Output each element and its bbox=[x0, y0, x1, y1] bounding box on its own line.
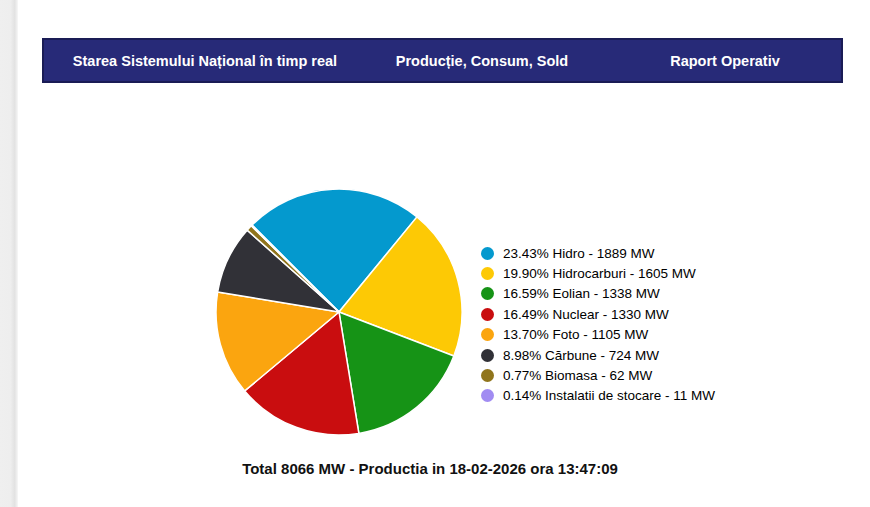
legend-item-stocare[interactable]: 0.14% Instalatii de stocare - 11 MW bbox=[481, 386, 715, 406]
legend-item-hidrocarburi[interactable]: 19.90% Hidrocarburi - 1605 MW bbox=[481, 263, 715, 283]
legend-dot-stocare bbox=[481, 389, 494, 402]
legend-item-carbune[interactable]: 8.98% Cărbune - 724 MW bbox=[481, 345, 715, 365]
nav-item-starea-sistemului[interactable]: Starea Sistemului Național în timp real bbox=[73, 53, 337, 69]
legend-item-foto[interactable]: 13.70% Foto - 1105 MW bbox=[481, 325, 715, 345]
scrollbar[interactable] bbox=[0, 0, 18, 507]
legend-label-nuclear: 16.49% Nuclear - 1330 MW bbox=[503, 307, 669, 322]
legend-dot-hidrocarburi bbox=[481, 267, 494, 280]
legend-label-biomasa: 0.77% Biomasa - 62 MW bbox=[503, 368, 652, 383]
legend-dot-hidro bbox=[481, 247, 494, 260]
nav-item-raport-operativ[interactable]: Raport Operativ bbox=[670, 53, 780, 69]
production-pie-chart bbox=[209, 182, 469, 442]
total-production-text: Total 8066 MW - Productia in 18-02-2026 … bbox=[242, 460, 618, 477]
legend-dot-foto bbox=[481, 328, 494, 341]
legend-item-eolian[interactable]: 16.59% Eolian - 1338 MW bbox=[481, 284, 715, 304]
legend-item-nuclear[interactable]: 16.49% Nuclear - 1330 MW bbox=[481, 304, 715, 324]
legend-item-biomasa[interactable]: 0.77% Biomasa - 62 MW bbox=[481, 365, 715, 385]
legend-item-hidro[interactable]: 23.43% Hidro - 1889 MW bbox=[481, 243, 715, 263]
legend-label-foto: 13.70% Foto - 1105 MW bbox=[503, 327, 648, 342]
legend-dot-nuclear bbox=[481, 308, 494, 321]
legend-label-hidrocarburi: 19.90% Hidrocarburi - 1605 MW bbox=[503, 266, 696, 281]
legend-label-eolian: 16.59% Eolian - 1338 MW bbox=[503, 286, 660, 301]
nav-item-productie-consum-sold[interactable]: Producție, Consum, Sold bbox=[396, 53, 568, 69]
legend-dot-biomasa bbox=[481, 369, 494, 382]
legend-label-stocare: 0.14% Instalatii de stocare - 11 MW bbox=[503, 388, 715, 403]
legend-label-hidro: 23.43% Hidro - 1889 MW bbox=[503, 246, 655, 261]
legend-dot-carbune bbox=[481, 349, 494, 362]
legend-dot-eolian bbox=[481, 287, 494, 300]
pie-chart-legend: 23.43% Hidro - 1889 MW19.90% Hidrocarbur… bbox=[481, 243, 715, 406]
legend-label-carbune: 8.98% Cărbune - 724 MW bbox=[503, 348, 659, 363]
top-navbar: Starea Sistemului Național în timp real … bbox=[42, 38, 843, 83]
